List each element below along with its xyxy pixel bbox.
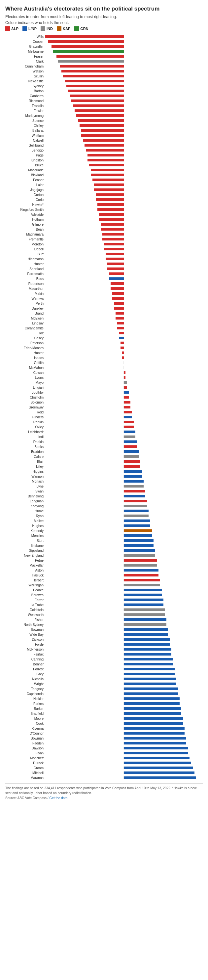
electorate-label: Riverina	[5, 727, 45, 730]
bar-area	[45, 658, 203, 660]
table-row: Isaacs	[5, 355, 203, 360]
electorate-label: McEwen	[5, 317, 45, 320]
electorate-bar	[109, 272, 124, 275]
bar-area	[45, 253, 203, 255]
table-row: Kennedy	[5, 528, 203, 533]
legend: ALPL/NPINDKAPGRN	[5, 26, 203, 31]
electorate-label: Hunter	[5, 351, 45, 355]
bar-area	[45, 85, 203, 87]
table-row: Pearce	[5, 588, 203, 592]
table-row: Hinkler	[5, 696, 203, 701]
electorate-label: Durack	[5, 761, 45, 765]
get-data-link[interactable]: Get the data.	[49, 796, 68, 800]
table-row: Forde	[5, 642, 203, 647]
electorate-label: Leichhardt	[5, 430, 45, 434]
electorate-label: La Trobe	[5, 603, 45, 607]
bar-area	[45, 500, 203, 502]
bar-area	[45, 712, 203, 715]
electorate-bar	[124, 663, 173, 665]
table-row: Brisbane	[5, 543, 203, 548]
bar-area	[45, 391, 203, 394]
electorate-bar	[58, 60, 124, 63]
electorate-bar	[124, 495, 145, 497]
electorate-label: Lingiari	[5, 386, 45, 389]
bar-area	[45, 307, 203, 310]
electorate-label: Braddon	[5, 450, 45, 453]
bar-area	[45, 342, 203, 344]
electorate-bar	[124, 707, 181, 710]
bar-area	[45, 90, 203, 92]
table-row: Macnamara	[5, 232, 203, 237]
legend-color-l/np	[22, 26, 27, 31]
electorate-bar	[104, 248, 124, 250]
table-row: Petrie	[5, 558, 203, 563]
electorate-label: Brand	[5, 312, 45, 315]
electorate-label: Casey	[5, 336, 45, 340]
electorate-bar	[112, 292, 124, 295]
electorate-label: Gilmore	[5, 223, 45, 226]
bar-area	[45, 416, 203, 418]
bar-area	[45, 376, 203, 379]
bar-area	[45, 173, 203, 176]
table-row: Burt	[5, 252, 203, 256]
bar-area	[45, 732, 203, 735]
electorate-bar	[124, 416, 132, 418]
center-line	[124, 361, 124, 364]
electorate-bar	[107, 267, 124, 270]
table-row: Leichhardt	[5, 430, 203, 434]
electorate-label: Ballarat	[5, 129, 45, 132]
electorate-bar	[119, 337, 124, 339]
bar-area	[45, 455, 203, 458]
electorate-label: Mackellar	[5, 564, 45, 567]
electorate-bar	[124, 554, 155, 557]
bar-area	[45, 406, 203, 409]
table-row: Hughes	[5, 523, 203, 528]
bar-area	[45, 139, 203, 142]
table-row: Capricornia	[5, 691, 203, 696]
table-row: Higgins	[5, 469, 203, 474]
electorate-bar	[91, 173, 124, 176]
electorate-label: Macarthur	[5, 287, 45, 291]
table-row: Chifley	[5, 123, 203, 128]
electorate-bar	[124, 589, 162, 591]
legend-color-alp	[5, 26, 10, 31]
table-row: Kingston	[5, 158, 203, 162]
table-row: Melbourne	[5, 49, 203, 54]
electorate-label: Kooyong	[5, 504, 45, 508]
table-row: Hunter	[5, 262, 203, 266]
bar-area	[45, 169, 203, 171]
legend-color-kap	[57, 26, 61, 31]
bar-area	[45, 154, 203, 156]
legend-color-grn	[74, 26, 79, 31]
electorate-bar	[124, 762, 191, 764]
electorate-label: Bowman	[5, 628, 45, 632]
electorate-label: Newcastle	[5, 80, 45, 83]
table-row: Calwell	[5, 138, 203, 143]
table-row: McEwen	[5, 316, 203, 321]
bar-area	[45, 554, 203, 557]
table-row: Wentworth	[5, 612, 203, 617]
table-row: Solomon	[5, 400, 203, 404]
bar-area	[45, 164, 203, 166]
electorate-label: Greenway	[5, 406, 45, 409]
electorate-bar	[117, 327, 124, 329]
table-row: Newcastle	[5, 79, 203, 83]
bar-area	[45, 80, 203, 82]
electorate-label: Wright	[5, 682, 45, 686]
bar-area	[45, 223, 203, 226]
bar-area	[45, 618, 203, 621]
table-row: Hotham	[5, 217, 203, 222]
bar-area	[45, 687, 203, 690]
bar-area	[45, 386, 203, 389]
electorate-label: Scullin	[5, 75, 45, 78]
table-row: Hasluck	[5, 573, 203, 578]
table-row: Corio	[5, 197, 203, 202]
electorate-label: Watson	[5, 70, 45, 73]
electorate-bar	[124, 692, 178, 695]
table-row: Lyne	[5, 484, 203, 488]
electorate-label: North Sydney	[5, 623, 45, 627]
electorate-bar	[124, 603, 163, 606]
table-row: Gippsland	[5, 548, 203, 553]
table-row: Hawke*	[5, 202, 203, 207]
electorate-bar	[124, 653, 171, 655]
